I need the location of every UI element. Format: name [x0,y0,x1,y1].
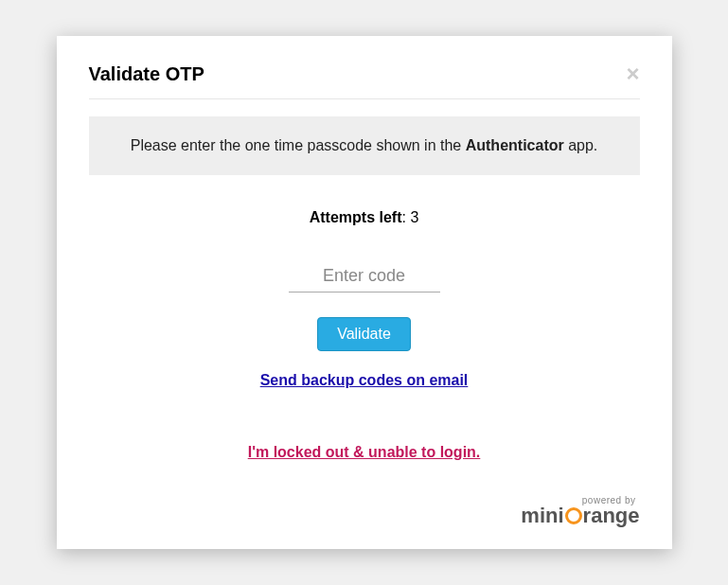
locked-link-wrapper: I'm locked out & unable to login. [89,444,640,461]
modal-title: Validate OTP [89,63,204,85]
orange-o-icon [565,507,582,524]
input-wrapper [89,260,640,292]
validate-button[interactable]: Validate [317,317,411,351]
button-wrapper: Validate [89,317,640,351]
otp-input[interactable] [289,260,440,292]
brand-logo: minirange [89,505,640,526]
instruction-prefix: Please enter the one time passcode shown… [131,137,466,153]
close-icon[interactable]: × [626,62,639,85]
brand-part1: mini [521,504,563,527]
modal-header: Validate OTP × [89,62,640,99]
instruction-bold: Authenticator [466,137,564,153]
brand-part2: range [583,504,640,527]
backup-codes-link[interactable]: Send backup codes on email [260,372,469,388]
instruction-suffix: app. [564,137,598,153]
instruction-box: Please enter the one time passcode shown… [89,116,640,175]
footer: powered by minirange [89,495,640,526]
otp-modal: Validate OTP × Please enter the one time… [57,36,672,549]
attempts-text: Attempts left: 3 [89,209,640,226]
attempts-count: 3 [410,209,418,225]
attempts-label: Attempts left [310,209,402,225]
locked-out-link[interactable]: I'm locked out & unable to login. [248,444,481,460]
backup-link-wrapper: Send backup codes on email [89,372,640,389]
